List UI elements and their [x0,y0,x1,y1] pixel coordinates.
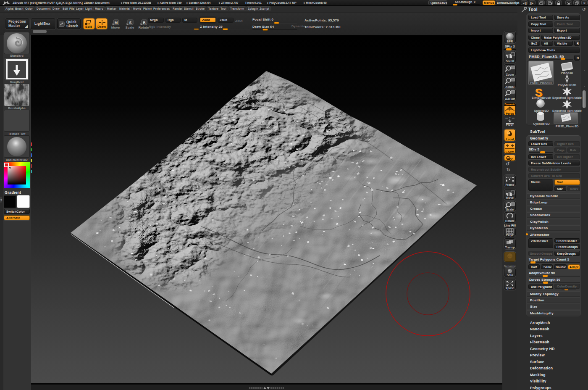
svg-text:S: S [129,21,131,25]
svg-text:M: M [115,21,118,25]
svg-text:R: R [143,21,146,25]
